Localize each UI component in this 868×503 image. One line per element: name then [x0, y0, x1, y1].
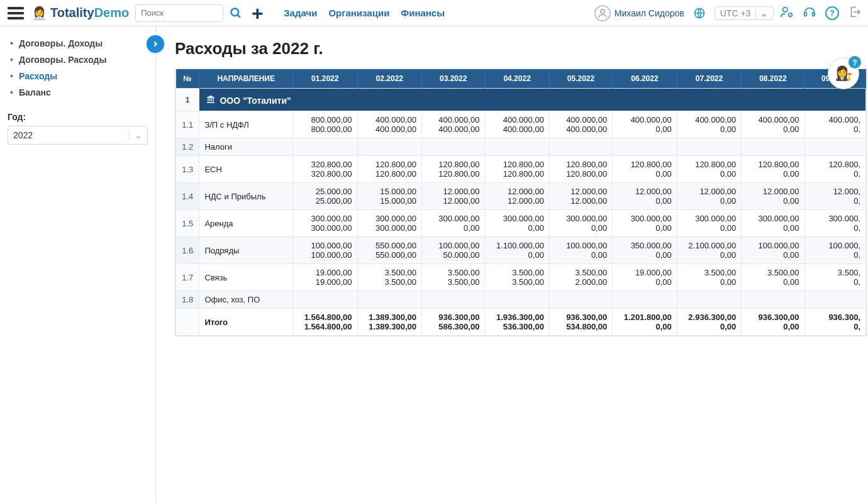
row-value: 2.100.000,000,00: [677, 237, 742, 264]
row-value: 120.800,00120.800,00: [357, 156, 422, 183]
sidebar: Договоры. Доходы Договоры. Расходы Расхо…: [0, 26, 156, 503]
row-value: 100.000,0050.000,00: [422, 237, 485, 264]
row-value: 400.000,0,: [804, 111, 865, 138]
add-button[interactable]: +: [248, 4, 266, 22]
page-title: Расходы за 2022 г.: [175, 39, 868, 58]
year-select[interactable]: 2022 ⌄: [8, 126, 148, 145]
row-value: 400.000,000,00: [613, 111, 677, 138]
logout-icon[interactable]: [848, 5, 862, 21]
row-value: 100.000,00100.000,00: [293, 237, 358, 264]
row-value: 12.000,0012.000,00: [549, 183, 612, 210]
row-direction: Аренда: [199, 210, 293, 237]
totals-value: 1.564.800,001.564.800,00: [293, 309, 358, 336]
table-row[interactable]: 1.2Налоги: [176, 138, 866, 156]
row-value: 300.000,000,00: [485, 210, 550, 237]
table-header-cell: НАПРАВЛЕНИЕ: [199, 69, 293, 89]
brand-logo[interactable]: 👩‍💼 TotalityDemo: [31, 4, 129, 22]
row-value: 400.000,00400.000,00: [422, 111, 485, 138]
row-direction: Офис, хоз, ПО: [199, 291, 293, 309]
timezone-select[interactable]: UTC +3 | ⌄: [715, 6, 774, 20]
table-row[interactable]: 1.1З/П с НДФЛ800.000,00800.000,00400.000…: [176, 111, 866, 138]
row-number: 1.5: [176, 210, 199, 237]
row-value: 3.500,000,00: [742, 264, 804, 291]
table-header-cell: 02.2022: [357, 69, 422, 89]
hamburger-menu-icon[interactable]: [6, 4, 25, 22]
table-header-cell: 07.2022: [677, 69, 742, 89]
row-value: 12.000,000,00: [613, 183, 677, 210]
svg-point-2: [601, 9, 604, 13]
row-value: 350.000,000,00: [613, 237, 677, 264]
row-value: [613, 291, 677, 309]
row-value: 100.000,0,: [804, 237, 865, 264]
user-menu[interactable]: Михаил Сидоров: [594, 5, 684, 21]
table-row[interactable]: 1.5Аренда300.000,00300.000,00300.000,003…: [176, 210, 866, 237]
nav-finance[interactable]: Финансы: [401, 8, 445, 18]
totals-label: Итого: [199, 309, 293, 336]
sidebar-collapse-button[interactable]: [147, 35, 164, 53]
row-value: 3.500,003.500,00: [422, 264, 485, 291]
user-avatar-icon: [594, 5, 611, 21]
row-value: 300.000,000,00: [613, 210, 677, 237]
totals-value: 1.936.300,00536.300,00: [485, 309, 550, 336]
totals-value: 1.201.800,000,00: [613, 309, 677, 336]
org-row-name: ООО "Тоталити": [199, 89, 866, 111]
totals-value: 2.936.300,000,00: [677, 309, 742, 336]
headset-icon[interactable]: [803, 5, 816, 21]
sidebar-item-balance[interactable]: Баланс: [8, 84, 148, 101]
org-row[interactable]: 1ООО "Тоталити": [176, 89, 866, 111]
row-value: 120.800,00120.800,00: [549, 156, 612, 183]
totals-row: Итого1.564.800,001.564.800,001.389.300,0…: [176, 309, 866, 336]
org-row-num: 1: [176, 89, 199, 111]
nav-organizations[interactable]: Организации: [328, 8, 389, 18]
row-value: 300.000,00300.000,00: [293, 210, 358, 237]
search-icon[interactable]: [227, 4, 245, 22]
row-direction: ЕСН: [199, 156, 293, 183]
row-value: 300.000,00300.000,00: [357, 210, 422, 237]
row-value: 12.000,0,: [804, 183, 865, 210]
row-value: 3.500,002.000,00: [549, 264, 612, 291]
row-value: 320.800,00320.800,00: [293, 156, 358, 183]
row-value: [422, 291, 485, 309]
row-value: [677, 291, 742, 309]
search-input[interactable]: [135, 4, 223, 22]
row-number: 1.8: [176, 291, 199, 309]
row-value: [293, 291, 358, 309]
bank-icon: [206, 94, 216, 106]
row-value: 12.000,000,00: [677, 183, 742, 210]
sidebar-item-income-contracts[interactable]: Договоры. Доходы: [8, 35, 148, 52]
row-value: [742, 291, 804, 309]
user-settings-icon[interactable]: [780, 5, 794, 21]
row-value: 400.000,00400.000,00: [549, 111, 612, 138]
table-row[interactable]: 1.6Подряды100.000,00100.000,00550.000,00…: [176, 237, 866, 264]
row-value: 25.000,0025.000,00: [293, 183, 358, 210]
help-icon[interactable]: ?: [825, 6, 839, 20]
globe-icon[interactable]: [691, 4, 708, 22]
row-value: 120.800,000,00: [677, 156, 742, 183]
chevron-down-icon: ⌄: [129, 130, 142, 140]
table-row[interactable]: 1.7Связь19.000,0019.000,003.500,003.500,…: [176, 264, 866, 291]
table-header-cell: 01.2022: [293, 69, 358, 89]
nav-tasks[interactable]: Задачи: [284, 8, 317, 18]
row-value: 400.000,000,00: [677, 111, 742, 138]
plus-icon: +: [252, 3, 264, 23]
row-value: 19.000,0019.000,00: [293, 264, 358, 291]
table-row[interactable]: 1.4НДС и Прибыль25.000,0025.000,0015.000…: [176, 183, 866, 210]
svg-point-5: [789, 13, 793, 17]
row-value: [804, 138, 865, 156]
totals-num: [176, 309, 199, 336]
sidebar-item-expense-contracts[interactable]: Договоры. Расходы: [8, 52, 148, 68]
row-value: 400.000,00400.000,00: [357, 111, 422, 138]
year-value: 2022: [13, 130, 33, 140]
table-row[interactable]: 1.3ЕСН320.800,00320.800,00120.800,00120.…: [176, 156, 866, 183]
row-value: 12.000,000,00: [742, 183, 804, 210]
assistant-badge[interactable]: 👩‍⚖️ ?: [828, 58, 859, 89]
sidebar-item-expenses[interactable]: Расходы: [8, 68, 148, 84]
table-row[interactable]: 1.8Офис, хоз, ПО: [176, 291, 866, 309]
row-value: 800.000,00800.000,00: [293, 111, 358, 138]
svg-rect-6: [804, 13, 807, 16]
row-value: 1.100.000,000,00: [485, 237, 550, 264]
totals-value: 936.300,00534.800,00: [549, 309, 612, 336]
expense-table-container[interactable]: №НАПРАВЛЕНИЕ01.202202.202203.202204.2022…: [175, 69, 867, 336]
totals-value: 936.300,00586.300,00: [422, 309, 485, 336]
user-name: Михаил Сидоров: [615, 8, 684, 18]
